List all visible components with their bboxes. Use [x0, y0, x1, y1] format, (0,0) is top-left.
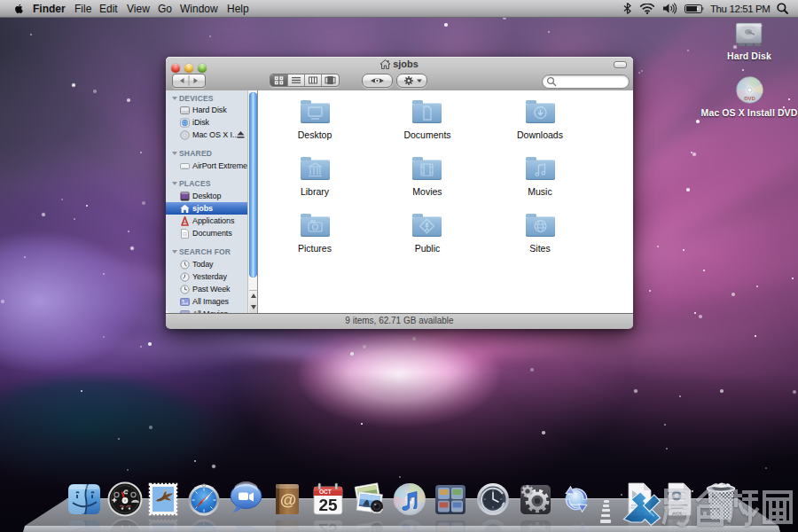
svg-text:DVD: DVD	[744, 96, 755, 101]
svg-text:OCT: OCT	[319, 489, 332, 495]
svg-text:25: 25	[318, 496, 338, 514]
svg-text:@: @	[280, 490, 297, 509]
